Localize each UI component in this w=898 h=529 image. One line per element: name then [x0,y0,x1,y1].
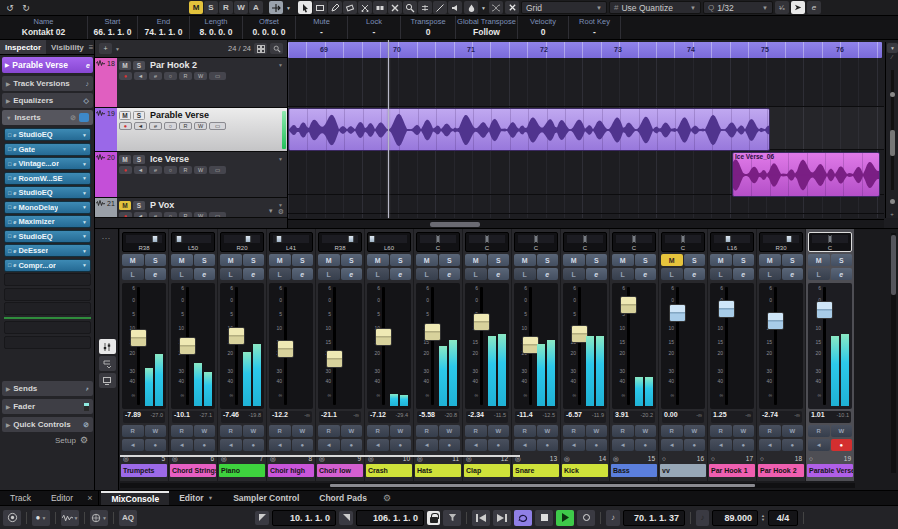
edit-channel-button[interactable]: e [439,268,461,280]
bypass-icon[interactable]: □ [8,146,11,152]
record-mode-dropdown[interactable]: ●▼ [32,510,50,526]
info-value[interactable]: Follow [473,27,500,38]
channel-name[interactable]: Choir low [317,464,363,477]
listen-button[interactable]: L [612,268,634,280]
write-automation-button[interactable]: W [439,425,461,437]
read-automation-button[interactable]: R [171,425,193,437]
level-display[interactable]: 0.00-∞ [662,411,704,423]
mute-tool-button[interactable] [388,1,402,14]
channel-name[interactable]: Snare [513,464,559,477]
chevron-down-icon[interactable]: ▼ [82,146,87,152]
channel-fader[interactable]: 6051015203040∞ [710,283,754,409]
edit-channel-button[interactable]: e [488,268,510,280]
listen-button[interactable]: L [514,268,536,280]
bypass-icon[interactable]: □ [8,219,11,225]
monitor-button[interactable]: ◄ [612,439,634,451]
track-row-parable-verse[interactable]: 19MSParable Verse●◄e○RW▭ [95,108,287,152]
monitor-button[interactable]: ◄ [122,439,144,451]
horizontal-scroll-handle[interactable] [430,222,480,227]
pan-control[interactable]: C [416,232,460,252]
channel-fader[interactable]: 6051015203040∞ [759,283,803,409]
info-field-length[interactable]: Length8. 0. 0. 0 [190,16,243,39]
time-signature[interactable]: 4/4 [768,510,798,526]
gear-icon[interactable]: ⚙ [278,208,284,216]
audio-event-parable-verse[interactable] [288,108,770,151]
ruler-options-button[interactable]: ▼ [887,43,898,53]
edit-icon[interactable]: e [13,146,16,152]
listen-button[interactable]: L [171,268,193,280]
monitor-section-button[interactable] [99,373,116,388]
autoscroll-dropdown[interactable]: ▼ [285,1,292,14]
info-value[interactable]: 0 [426,27,431,38]
track-name[interactable]: Par Hook 2 [150,60,276,70]
automation-s-button[interactable]: S [204,1,218,14]
record-enable-button[interactable]: ● [488,439,510,451]
mute-button[interactable]: M [514,254,536,266]
listen-button[interactable]: L [465,268,487,280]
record-button[interactable] [577,510,595,526]
edit-channel-icon[interactable]: e [86,62,90,69]
pan-control[interactable]: C [612,232,656,252]
edit-channel-button[interactable]: e [149,72,162,80]
edit-channel-button[interactable]: e [733,268,755,280]
solo-button[interactable]: S [684,254,706,266]
chevron-down-icon[interactable]: ▼ [82,248,87,254]
pan-control[interactable]: C [514,232,558,252]
listen-button[interactable]: L [759,268,781,280]
timeline-ruler[interactable]: 6970717273747576 [288,42,882,58]
channel-name[interactable]: vv [660,464,706,477]
read-automation-button[interactable]: R [563,425,585,437]
bypass-icon[interactable]: □ [8,262,11,268]
solo-button[interactable]: S [133,61,145,70]
channel-name[interactable]: Parable Verse [807,464,853,477]
monitor-button[interactable]: ◄ [171,439,193,451]
auto-quantize-button[interactable]: AQ [119,510,137,526]
section-fader[interactable]: ▶Fader [2,399,93,414]
insert-slot[interactable]: □eStudioEQ▼ [4,230,91,243]
read-automation-button[interactable]: R [465,425,487,437]
read-automation-button[interactable]: R [710,425,732,437]
mute-button[interactable]: M [269,254,291,266]
info-value[interactable]: - [320,27,323,38]
write-automation-button[interactable]: W [635,425,657,437]
monitor-button[interactable]: ◄ [318,439,340,451]
zoom-plus-icon[interactable]: + [886,211,898,217]
info-value[interactable]: - [373,27,376,38]
insert-slot[interactable]: □eVintage...or▼ [4,157,91,170]
pan-handle[interactable] [369,235,376,243]
level-display[interactable]: -12.2-∞ [270,411,312,423]
chevron-down-icon[interactable]: ▼ [82,262,87,268]
event-lane[interactable] [288,195,884,214]
record-enable-button[interactable]: ● [586,439,608,451]
track-list-expand-icon[interactable]: ▼ [268,208,274,216]
solo-button[interactable]: S [586,254,608,266]
solo-button[interactable]: S [194,254,216,266]
insert-slot-empty[interactable] [4,321,91,334]
tab-editor[interactable]: Editor ▼ [169,491,223,505]
insert-slot[interactable]: □eCompr...or▼ [4,259,91,272]
edit-icon[interactable]: e [13,204,16,210]
mute-button[interactable]: M [759,254,781,266]
channel-name[interactable]: Clap [464,464,510,477]
pan-handle[interactable] [347,235,354,243]
tab-chord-pads[interactable]: Chord Pads [309,491,377,505]
write-automation-button[interactable]: W [537,425,559,437]
vertical-scroll-handle[interactable] [890,130,895,156]
input-output-button[interactable]: ▭ [209,166,226,174]
insert-slot[interactable]: □eGate▼ [4,143,91,156]
write-automation-button[interactable]: W [488,425,510,437]
write-automation-button[interactable]: W [194,166,207,174]
solo-button[interactable]: S [133,201,145,210]
solo-button[interactable]: S [635,254,657,266]
goto-start-button[interactable] [472,510,490,526]
channel-fader[interactable]: 6051015203040∞ [367,283,411,409]
pan-control[interactable]: L60 [367,232,411,252]
pan-handle[interactable] [584,235,587,243]
record-enable-button[interactable]: ● [831,439,853,451]
info-value[interactable]: Kontakt 02 [22,27,65,38]
track-row-ice-verse[interactable]: 20MSIce Verse▼●◄e○RW▭ [95,152,287,198]
mixer-scroll-indicator[interactable] [120,455,520,457]
section-track-versions[interactable]: ▶Track Versions ♪ [2,76,93,91]
quantize-preset-dropdown[interactable]: #Use Quantize▼ [609,1,701,14]
info-value[interactable]: 74. 1. 1. 0 [145,27,183,38]
